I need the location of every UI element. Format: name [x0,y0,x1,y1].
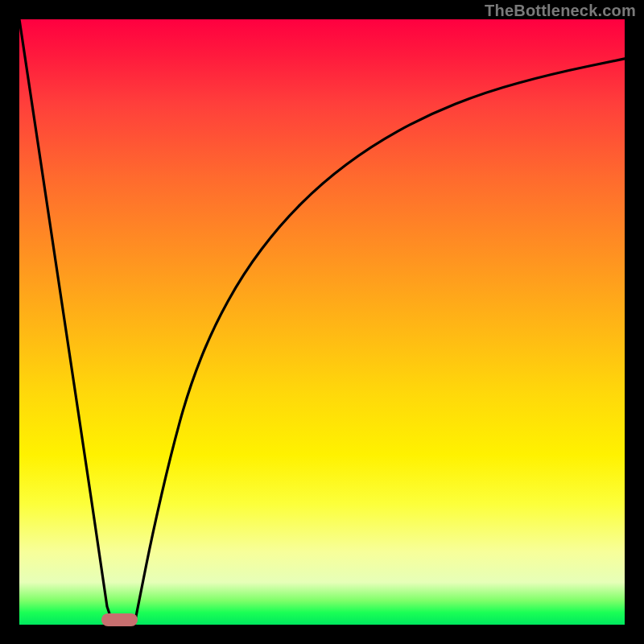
curve-left-branch [19,19,114,625]
plot-area [19,19,625,625]
chart-frame: TheBottleneck.com [0,0,644,644]
curve-right-branch [134,59,625,625]
min-marker [101,613,138,626]
watermark-text: TheBottleneck.com [485,2,636,20]
curve-layer [19,19,625,625]
